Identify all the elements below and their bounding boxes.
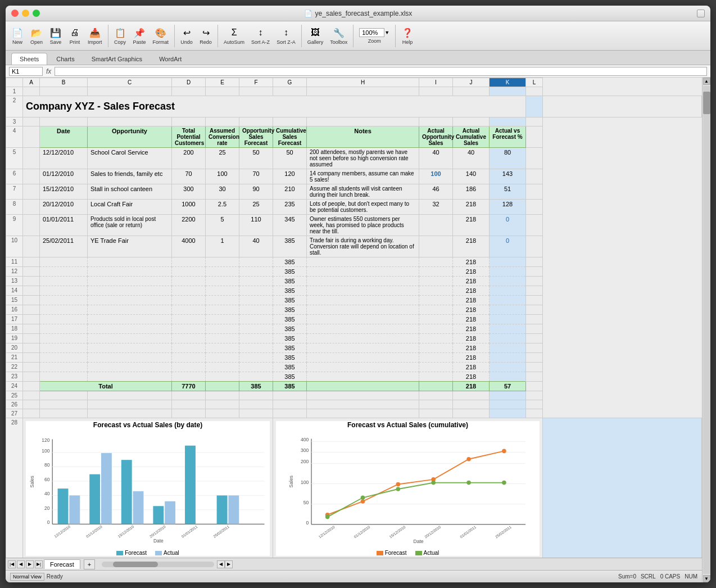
cell-aopp-10[interactable] [419,236,453,257]
scroll-up-button[interactable]: ▲ [703,78,710,85]
help-button[interactable]: ❓ Help [399,25,416,46]
table-row[interactable]: 5 12/12/2010 School Carol Service 200 25… [6,148,702,169]
cell-fore-9[interactable]: 110 [239,215,273,236]
sort-az-button[interactable]: ↕ Sort A-Z [249,25,272,46]
cell-c1[interactable] [88,87,172,96]
cell-cum-5[interactable]: 50 [273,148,307,169]
cell-cum-9[interactable]: 345 [273,215,307,236]
scroll-left-button[interactable]: ◀ [217,560,225,568]
cell-avs-10[interactable]: 0 [490,236,526,257]
cell-i1[interactable] [419,87,453,96]
cell-avs-5[interactable]: 80 [490,148,526,169]
spreadsheet-wrapper[interactable]: A B C D E F G H I J K L [6,78,702,558]
cell-cust-8[interactable]: 1000 [172,200,206,215]
cell-aopp-8[interactable]: 32 [419,200,453,215]
cell-l2[interactable] [543,96,702,117]
cell-i3[interactable] [419,117,453,126]
scroll-right-button[interactable]: ▶ [225,560,233,568]
cell-a1[interactable] [23,87,40,96]
cell-acum-6[interactable]: 140 [453,169,490,184]
print-button[interactable]: 🖨 Print [66,25,83,46]
cell-conv-7[interactable]: 30 [206,184,239,200]
cell-avs-9[interactable]: 0 [490,215,526,236]
table-row[interactable]: 6 01/12/2010 Sales to friends, family et… [6,169,702,184]
cell-date-10[interactable]: 25/02/2011 [40,236,88,257]
col-header-h[interactable]: H [307,78,419,87]
cell-avs-8[interactable]: 128 [490,200,526,215]
cell-a6[interactable] [23,169,40,184]
col-header-g[interactable]: G [273,78,307,87]
table-row[interactable]: 9 01/01/2011 Products sold in local post… [6,215,702,236]
cell-date-7[interactable]: 15/12/2010 [40,184,88,200]
cell-a4[interactable] [23,126,40,148]
cell-g3[interactable] [273,117,307,126]
scroll-down-button[interactable]: ▼ [703,575,710,582]
cell-cust-6[interactable]: 70 [172,169,206,184]
cell-e1[interactable] [206,87,239,96]
scroll-thumb[interactable] [703,92,710,114]
col-header-b[interactable]: B [40,78,88,87]
cell-k1[interactable] [490,87,526,96]
cell-l10[interactable] [526,236,543,257]
vertical-scrollbar[interactable]: ▲ ▼ [702,78,710,582]
tab-charts[interactable]: Charts [48,53,82,65]
cell-l9[interactable] [526,215,543,236]
cell-notes-8[interactable]: Lots of people, but don't expect many to… [307,200,419,215]
last-sheet-button[interactable]: ▶| [35,560,43,568]
cell-a10[interactable] [23,236,40,257]
cell-acum-5[interactable]: 40 [453,148,490,169]
col-header-d[interactable]: D [172,78,206,87]
close-button[interactable] [11,10,19,17]
cell-h1[interactable] [307,87,419,96]
cell-date-5[interactable]: 12/12/2010 [40,148,88,169]
cell-cum-7[interactable]: 210 [273,184,307,200]
name-box[interactable] [9,67,43,76]
col-header-l[interactable]: L [526,78,543,87]
cell-d1[interactable] [172,87,206,96]
cell-conv-10[interactable]: 1 [206,236,239,257]
gallery-button[interactable]: 🖼 Gallery [305,25,326,46]
open-button[interactable]: 📂 Open [28,25,45,46]
cell-k3[interactable] [490,117,526,126]
cell-aopp-7[interactable]: 46 [419,184,453,200]
autosum-button[interactable]: Σ AutoSum [221,25,247,46]
cell-notes-5[interactable]: 200 attendees, mostly parents we have no… [307,148,419,169]
tab-sheets[interactable]: Sheets [11,53,47,65]
cell-fore-6[interactable]: 70 [239,169,273,184]
cell-acum-8[interactable]: 218 [453,200,490,215]
cell-cust-5[interactable]: 200 [172,148,206,169]
maximize-button[interactable] [33,10,40,17]
cell-e3[interactable] [206,117,239,126]
save-button[interactable]: 💾 Save [47,25,64,46]
cell-g1[interactable] [273,87,307,96]
col-header-c[interactable]: C [88,78,172,87]
cell-k2[interactable] [526,96,543,117]
cell-conv-9[interactable]: 5 [206,215,239,236]
cell-opp-5[interactable]: School Carol Service [88,148,172,169]
table-row[interactable]: 7 15/12/2010 Stall in school canteen 300… [6,184,702,200]
import-button[interactable]: 📥 Import [85,25,105,46]
cell-l8[interactable] [526,200,543,215]
normal-view-button[interactable]: Normal View [10,573,44,581]
cell-date-6[interactable]: 01/12/2010 [40,169,88,184]
col-header-a[interactable]: A [23,78,40,87]
cell-cust-7[interactable]: 300 [172,184,206,200]
next-sheet-button[interactable]: ▶ [26,560,34,568]
cell-aopp-9[interactable] [419,215,453,236]
window-controls[interactable] [11,10,40,17]
scroll-track[interactable] [703,86,710,574]
table-row[interactable]: 8 20/12/2010 Local Craft Fair 1000 2.5 2… [6,200,702,215]
cell-notes-9[interactable]: Owner estimates 550 customers per week, … [307,215,419,236]
cell-d3[interactable] [172,117,206,126]
zoom-input[interactable] [359,28,384,37]
col-header-j[interactable]: J [453,78,490,87]
cell-notes-10[interactable]: Trade fair is during a working day. Conv… [307,236,419,257]
cell-b3[interactable] [40,117,88,126]
cell-a8[interactable] [23,200,40,215]
zoom-control[interactable]: ▼ Zoom [357,27,392,45]
cell-opp-10[interactable]: YE Trade Fair [88,236,172,257]
sort-za-button[interactable]: ↕ Sort Z-A [274,25,298,46]
add-sheet-button[interactable]: + [84,559,95,569]
cell-opp-7[interactable]: Stall in school canteen [88,184,172,200]
cell-fore-10[interactable]: 40 [239,236,273,257]
